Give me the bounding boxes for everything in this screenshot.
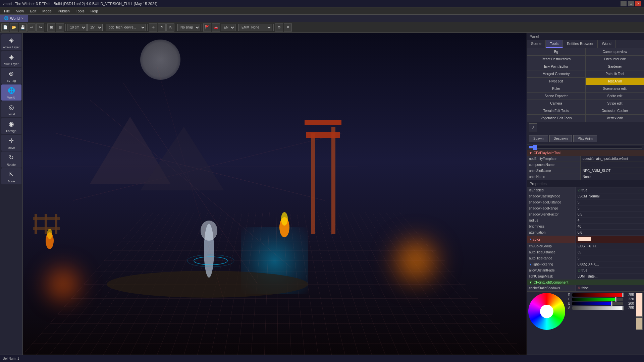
tb-redo[interactable]: ↪ <box>36 23 44 32</box>
tool-bg[interactable]: Bg <box>527 48 585 55</box>
pval-is-enabled[interactable]: ☑ true <box>576 187 644 193</box>
tb-extra1[interactable]: ⚙ <box>275 23 283 32</box>
prop-val-npc-template[interactable]: quests\main_npcs\cirilla.w2ent <box>581 156 644 162</box>
tb-car[interactable]: 🚗 <box>212 23 220 32</box>
sidebar-item-world[interactable]: 🌐 World <box>1 84 21 101</box>
sidebar-item-rotate[interactable]: ↻ Rotate <box>1 152 21 168</box>
tool-scene-area-edit[interactable]: Scene area edit <box>586 85 644 92</box>
play-anim-button[interactable]: Play Anim <box>573 135 597 142</box>
tb-rotate[interactable]: ↻ <box>158 23 166 32</box>
panel-tab-scene[interactable]: Scene <box>527 40 546 48</box>
menu-publish[interactable]: Publish <box>55 8 72 14</box>
a-slider[interactable] <box>572 306 623 310</box>
tool-camera[interactable]: Camera <box>527 100 585 107</box>
titlebar: vmod - The Witcher 3 REDkit - Build (D3D… <box>0 0 644 7</box>
world-tab-close[interactable]: ✕ <box>21 17 24 20</box>
tool-env-point-editor[interactable]: Env Point Editor <box>527 63 585 70</box>
tool-ruler[interactable]: Ruler <box>527 85 585 92</box>
props-row-attenuation: attenuation 0.6 <box>527 230 644 236</box>
sidebar-item-active-layer[interactable]: ◈ Active Layer <box>1 34 21 50</box>
tb-grid[interactable]: ⊞ <box>47 23 55 32</box>
b-slider[interactable] <box>572 302 623 305</box>
pval-shadow-fade-range[interactable]: 5 <box>576 205 644 211</box>
prop-val-anim-name[interactable]: None <box>581 174 644 180</box>
spawn-button[interactable]: Spawn <box>529 135 548 142</box>
menu-edit[interactable]: Edit <box>27 8 39 14</box>
tool-vegetation-edit-tools[interactable]: Vegetation Edit Tools <box>527 115 585 122</box>
pval-allow-distant-fade[interactable]: ☑ true <box>576 267 644 273</box>
prop-val-component[interactable] <box>581 162 644 168</box>
tool-pathlib-tool[interactable]: PathLib Tool <box>586 70 644 77</box>
pval-radius[interactable]: 4 <box>576 218 644 223</box>
panel-tab-entities[interactable]: Entities Browser <box>563 40 598 48</box>
menu-file[interactable]: File <box>1 8 13 14</box>
minimize-button[interactable]: — <box>621 1 627 6</box>
material-select[interactable]: EMM_None <box>238 24 272 31</box>
pval-cache-shadows[interactable]: ☒ false <box>576 285 644 291</box>
menu-mode[interactable]: Mode <box>40 8 54 14</box>
panel-tab-world[interactable]: World <box>598 40 616 48</box>
tools-grid: Bg Camera preview Reset Destructibles En… <box>527 48 644 122</box>
world-tab[interactable]: 🌐 World ✕ <box>0 15 28 22</box>
viewport[interactable] <box>23 33 527 355</box>
tool-vertex-edit[interactable]: Vertex edit <box>586 115 644 122</box>
pval-shadow-casting[interactable]: LSCM_Normal <box>576 193 644 199</box>
sidebar-item-by-tag[interactable]: ⊛ By Tag <box>1 68 21 84</box>
despawn-button[interactable]: Despawn <box>549 135 572 142</box>
tool-gardener[interactable]: Gardener <box>586 63 644 70</box>
tool-camera-preview[interactable]: Camera preview <box>586 48 644 55</box>
tb-new[interactable]: 📄 <box>1 23 9 32</box>
tool-occlusion-cooker[interactable]: Occlusion Cooker <box>586 107 644 114</box>
lang-select[interactable]: EN <box>221 24 235 31</box>
tool-reset-destructibles[interactable]: Reset Destructibles <box>527 56 585 63</box>
pval-shadow-blend[interactable]: 0.5 <box>576 212 644 217</box>
tool-encounter-edit[interactable]: Encounter edit <box>586 56 644 63</box>
tool-terrain-edit-tools[interactable]: Terrain Edit Tools <box>527 107 585 114</box>
menu-tools[interactable]: Tools <box>73 8 87 14</box>
pval-light-usage[interactable]: LUM_IsInte... <box>576 274 644 279</box>
pval-auto-hide-range[interactable]: 5 <box>576 255 644 261</box>
active-layer-icon: ◈ <box>7 36 16 45</box>
sidebar-item-scale[interactable]: ⇱ Scale <box>1 168 21 184</box>
pval-env-color[interactable]: ECG_FX_Fi... <box>576 243 644 249</box>
tool-sprite-edit[interactable]: Sprite edit <box>586 93 644 100</box>
tb-wireframe[interactable]: ⊟ <box>56 23 64 32</box>
tool-pivot-edit[interactable]: Pivot edit <box>527 78 585 85</box>
sidebar-item-foreign[interactable]: ◉ Foreign <box>1 118 21 134</box>
external-link-btn[interactable]: ↗ <box>529 123 537 131</box>
sidebar-item-multi-layer[interactable]: ◈ Multi Layer <box>1 51 21 67</box>
pval-attenuation[interactable]: 0.6 <box>576 230 644 235</box>
pval-color[interactable] <box>576 236 644 243</box>
pval-light-flickering[interactable]: 0.005; 0.4; 0... <box>576 261 644 267</box>
pval-brightness[interactable]: 40 <box>576 224 644 229</box>
prop-val-anim-slot[interactable]: NPC_ANIM_SLOT <box>581 168 644 174</box>
progress-bar[interactable] <box>529 146 642 148</box>
r-slider[interactable] <box>572 293 623 297</box>
layer-select[interactable]: bob_tech_dev.re... <box>106 24 146 31</box>
tool-stripe-edit[interactable]: Stripe edit <box>586 100 644 107</box>
pval-auto-hide-dist[interactable]: 35 <box>576 249 644 255</box>
tb-save[interactable]: 💾 <box>19 23 27 32</box>
color-wheel[interactable] <box>528 293 565 330</box>
tb-move[interactable]: ✛ <box>149 23 157 32</box>
tool-scene-exporter[interactable]: Scene Exporter <box>527 93 585 100</box>
pval-shadow-fade-dist[interactable]: 5 <box>576 199 644 205</box>
maximize-button[interactable]: □ <box>628 1 634 6</box>
sidebar-item-move[interactable]: ✛ Move <box>1 135 21 151</box>
snap-mode-select[interactable]: No snap <box>177 24 200 31</box>
g-slider[interactable] <box>572 298 623 301</box>
snap-distance-select[interactable]: 10 cm <box>67 24 87 31</box>
tb-scale[interactable]: ⇱ <box>166 23 174 32</box>
close-button[interactable]: ✕ <box>635 1 641 6</box>
tool-test-anim[interactable]: Test Anim <box>586 78 644 85</box>
menu-view[interactable]: View <box>13 8 27 14</box>
tb-undo[interactable]: ↩ <box>28 23 36 32</box>
panel-tab-tools[interactable]: Tools <box>546 40 563 48</box>
tool-merged-geometry[interactable]: Merged Geometry <box>527 70 585 77</box>
tb-open[interactable]: 📂 <box>10 23 18 32</box>
tb-flag[interactable]: 🚩 <box>203 23 211 32</box>
sidebar-item-local[interactable]: ◎ Local <box>1 101 21 117</box>
snap-angle-select[interactable]: 15° <box>87 24 103 31</box>
tb-extra2[interactable]: ✕ <box>284 23 292 32</box>
menu-help[interactable]: Help <box>88 8 101 14</box>
